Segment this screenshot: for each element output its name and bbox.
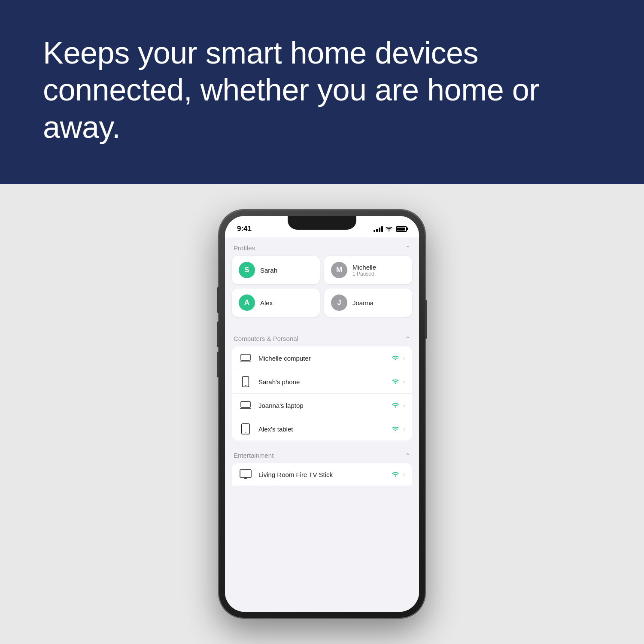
device-name-fire-tv: Living Room Fire TV Stick (258, 471, 385, 478)
avatar-michelle: M (331, 262, 347, 278)
svg-point-2 (395, 359, 396, 360)
device-name-alexs-tablet: Alex's tablet (258, 425, 385, 433)
svg-point-10 (395, 430, 396, 431)
phone-screen: 9:41 (225, 216, 419, 612)
wifi-signal-icon (391, 354, 400, 363)
svg-rect-3 (243, 377, 249, 387)
computers-section-title: Computers & Personal (234, 335, 298, 342)
avatar-joanna: J (331, 295, 347, 311)
profile-card-sarah[interactable]: S Sarah (232, 256, 320, 284)
battery-icon (396, 226, 407, 232)
profiles-chevron-icon[interactable]: ⌃ (405, 245, 410, 252)
computers-device-list: Michelle computer › (225, 346, 419, 440)
computers-chevron-icon[interactable]: ⌃ (405, 335, 410, 342)
wifi-signal-icon-4 (391, 425, 400, 434)
profile-name-michelle: Michelle (352, 264, 376, 271)
profiles-section-title: Profiles (234, 244, 255, 252)
entertainment-section-header: Entertainment ⌃ (225, 445, 419, 463)
svg-point-5 (395, 383, 396, 384)
app-content: Profiles ⌃ S Sarah M (225, 237, 419, 612)
profile-card-alex[interactable]: A Alex (232, 289, 320, 317)
entertainment-device-list: Living Room Fire TV Stick › (225, 463, 419, 486)
entertainment-section-title: Entertainment (234, 452, 273, 459)
avatar-sarah: S (239, 262, 255, 278)
svg-point-0 (389, 231, 389, 232)
section-gap-1 (225, 324, 419, 328)
profiles-grid: S Sarah M Michelle 1 Paused (225, 256, 419, 324)
section-gap-2 (225, 440, 419, 445)
header-section: Keeps your smart home devices connected,… (0, 0, 644, 184)
avatar-alex: A (239, 295, 255, 311)
svg-rect-8 (242, 424, 250, 434)
chevron-right-icon: › (403, 355, 405, 361)
svg-rect-1 (241, 354, 250, 360)
wifi-signal-icon-3 (391, 401, 400, 410)
svg-rect-11 (240, 470, 251, 477)
status-icons (374, 226, 407, 232)
laptop-icon (239, 352, 252, 364)
chevron-right-icon-5: › (403, 471, 405, 478)
chevron-right-icon-4: › (403, 425, 405, 432)
device-item-alexs-tablet[interactable]: Alex's tablet › (232, 417, 412, 440)
computers-section-header: Computers & Personal ⌃ (225, 328, 419, 346)
device-name-sarahs-phone: Sarah's phone (258, 378, 385, 386)
tablet-icon (239, 423, 252, 434)
wifi-icon (386, 226, 392, 232)
svg-point-7 (395, 406, 396, 407)
device-name-michelle-computer: Michelle computer (258, 355, 385, 362)
profile-name-joanna: Joanna (352, 299, 374, 307)
wifi-signal-icon-2 (391, 377, 400, 386)
device-item-sarahs-phone[interactable]: Sarah's phone › (232, 370, 412, 394)
phone-outer: 9:41 (219, 210, 425, 618)
laptop-icon-2 (239, 400, 252, 411)
profile-name-sarah: Sarah (260, 267, 277, 274)
device-item-joannas-laptop[interactable]: Joanna's laptop › (232, 394, 412, 417)
device-item-fire-tv[interactable]: Living Room Fire TV Stick › (232, 463, 412, 486)
profile-name-alex: Alex (260, 299, 273, 307)
svg-rect-6 (241, 401, 250, 407)
body-section: 9:41 (0, 184, 644, 644)
tv-icon (239, 469, 252, 480)
profile-status-michelle: 1 Paused (352, 271, 376, 277)
svg-point-14 (395, 475, 396, 477)
status-time: 9:41 (237, 225, 252, 233)
device-item-michelle-computer[interactable]: Michelle computer › (232, 346, 412, 370)
header-title: Keeps your smart home devices connected,… (43, 34, 601, 146)
device-name-joannas-laptop: Joanna's laptop (258, 402, 385, 409)
profiles-section-header: Profiles ⌃ (225, 237, 419, 256)
profile-card-joanna[interactable]: J Joanna (324, 289, 412, 317)
phone-mockup: 9:41 (219, 210, 425, 618)
wifi-signal-icon-5 (391, 470, 400, 479)
phone-notch (288, 216, 356, 230)
signal-bars-icon (374, 226, 383, 232)
profile-card-michelle[interactable]: M Michelle 1 Paused (324, 256, 412, 284)
chevron-right-icon-3: › (403, 402, 405, 409)
entertainment-chevron-icon[interactable]: ⌃ (405, 452, 410, 459)
phone-icon (239, 376, 252, 387)
chevron-right-icon-2: › (403, 378, 405, 385)
